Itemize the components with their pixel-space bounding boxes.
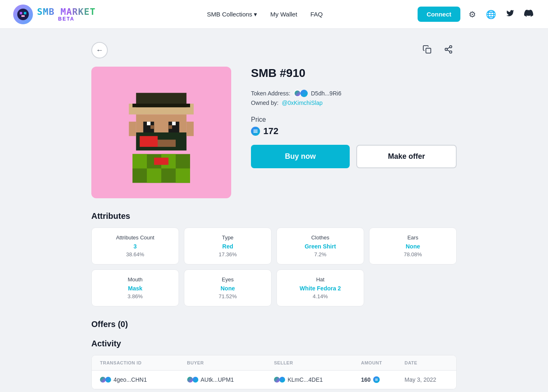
copy-button[interactable] <box>419 42 435 58</box>
attribute-card: Ears None 78.08% <box>369 227 457 264</box>
svg-rect-20 <box>172 122 176 125</box>
nft-image <box>91 67 231 198</box>
sol-icon <box>251 127 260 136</box>
action-buttons: Buy now Make offer <box>251 145 457 168</box>
attr-name: Hat <box>283 276 357 283</box>
attr-name: Ears <box>376 234 450 241</box>
svg-rect-1 <box>20 12 22 14</box>
table-column-header: TRANSACTION ID <box>100 360 187 365</box>
svg-point-0 <box>17 9 29 20</box>
back-arrow-icon: ← <box>96 46 103 55</box>
gear-icon: ⚙ <box>469 9 476 19</box>
offers-section: Offers (0) <box>91 320 457 329</box>
twitter-button[interactable] <box>504 7 516 21</box>
price-value: 172 <box>251 126 457 137</box>
svg-point-5 <box>450 45 452 48</box>
settings-button[interactable]: ⚙ <box>467 8 478 21</box>
attr-pct: 71.52% <box>191 293 265 299</box>
globe-button[interactable]: 🌐 <box>484 8 498 21</box>
svg-rect-24 <box>140 136 158 147</box>
top-controls: ← <box>91 42 457 58</box>
token-info: Token Address: D5dh...9Ri6 Owned by: @0x… <box>251 90 457 106</box>
price-label: Price <box>251 116 457 123</box>
attribute-card: Mouth Mask 3.86% <box>91 269 179 306</box>
svg-rect-22 <box>169 125 172 129</box>
attr-value: None <box>376 243 450 250</box>
attr-value: Mask <box>98 285 172 292</box>
attr-name: Type <box>191 234 265 241</box>
attribute-card: Attributes Count 3 38.64% <box>91 227 179 264</box>
attr-value: White Fedora 2 <box>283 285 357 292</box>
globe-icon: 🌐 <box>486 9 496 19</box>
twitter-icon <box>506 9 514 19</box>
attr-value: Green Shirt <box>283 243 357 250</box>
table-cell: 4geo...CHN1 <box>100 376 187 383</box>
nft-info: SMB #910 Token Address: D5dh...9Ri6 Owne… <box>251 67 457 198</box>
svg-rect-15 <box>129 122 136 136</box>
svg-rect-16 <box>186 122 194 136</box>
attribute-card: Clothes Green Shirt 7.2% <box>276 227 364 264</box>
attr-pct: 78.08% <box>376 251 450 257</box>
svg-rect-26 <box>132 154 147 169</box>
svg-point-7 <box>450 51 452 53</box>
attr-name: Eyes <box>191 276 265 283</box>
share-button[interactable] <box>440 42 457 58</box>
logo-beta-text: BETA <box>37 16 95 21</box>
header: SMB MARKET BETA SMB Collections ▾ My Wal… <box>0 0 548 29</box>
discord-icon <box>524 9 533 20</box>
table-cell-amount: 160 <box>361 376 405 383</box>
attributes-grid: Attributes Count 3 38.64% Type Red 17.36… <box>91 227 457 306</box>
attr-pct: 7.2% <box>283 251 357 257</box>
make-offer-button[interactable]: Make offer <box>356 145 457 168</box>
attribute-card: Eyes None 71.52% <box>184 269 272 306</box>
svg-rect-19 <box>147 122 151 125</box>
activity-section: Activity TRANSACTION IDBUYERSELLERAMOUNT… <box>91 339 457 390</box>
table-column-header: DATE <box>404 360 448 365</box>
header-actions: Connect ⚙ 🌐 <box>418 7 535 22</box>
logo-icon <box>13 5 33 24</box>
logo-main-text: SMB MARKET <box>37 7 95 16</box>
table-cell: AUtk...UPM1 <box>187 376 274 383</box>
attribute-card: Type Red 17.36% <box>184 227 272 264</box>
attributes-section: Attributes Attributes Count 3 38.64% Typ… <box>91 211 457 306</box>
activity-title: Activity <box>91 339 457 348</box>
logo: SMB MARKET BETA <box>13 5 95 24</box>
nav-collections[interactable]: SMB Collections ▾ <box>207 11 257 18</box>
svg-point-6 <box>445 48 448 51</box>
svg-rect-12 <box>132 104 190 107</box>
token-address-value: D5dh...9Ri6 <box>311 90 341 97</box>
attr-name: Attributes Count <box>98 234 172 241</box>
offers-title: Offers (0) <box>91 320 457 329</box>
attr-pct: 17.36% <box>191 251 265 257</box>
share-icon <box>444 45 453 56</box>
token-icon-2 <box>300 90 308 97</box>
svg-rect-30 <box>154 158 169 165</box>
main-nav: SMB Collections ▾ My Wallet FAQ <box>112 11 418 18</box>
attr-value: 3 <box>98 243 172 250</box>
connect-button[interactable]: Connect <box>418 7 460 22</box>
svg-line-8 <box>447 50 450 51</box>
table-header: TRANSACTION IDBUYERSELLERAMOUNTDATE <box>92 355 456 371</box>
table-column-header: BUYER <box>187 360 274 365</box>
attr-value: None <box>191 285 265 292</box>
owner-link[interactable]: @0xKimchiSlap <box>282 100 323 106</box>
chevron-down-icon: ▾ <box>254 11 257 18</box>
nft-detail: SMB #910 Token Address: D5dh...9Ri6 Owne… <box>91 67 457 198</box>
logo-text: SMB MARKET BETA <box>37 7 95 21</box>
activity-table: TRANSACTION IDBUYERSELLERAMOUNTDATE 4geo… <box>91 355 457 390</box>
svg-rect-27 <box>147 169 161 183</box>
back-button[interactable]: ← <box>91 42 108 58</box>
discord-button[interactable] <box>522 7 535 21</box>
token-address-icons <box>294 90 308 97</box>
nav-faq[interactable]: FAQ <box>310 11 323 18</box>
nav-wallet[interactable]: My Wallet <box>270 11 297 18</box>
table-cell-date: May 3, 2022 <box>404 376 448 383</box>
svg-rect-4 <box>426 48 431 53</box>
buy-now-button[interactable]: Buy now <box>251 145 350 168</box>
table-cell: KLmC...4DE1 <box>274 376 361 383</box>
table-column-header: AMOUNT <box>361 360 405 365</box>
svg-rect-29 <box>176 169 190 183</box>
svg-rect-21 <box>151 125 154 129</box>
attr-pct: 4.14% <box>283 293 357 299</box>
main-content: ← <box>85 29 463 392</box>
